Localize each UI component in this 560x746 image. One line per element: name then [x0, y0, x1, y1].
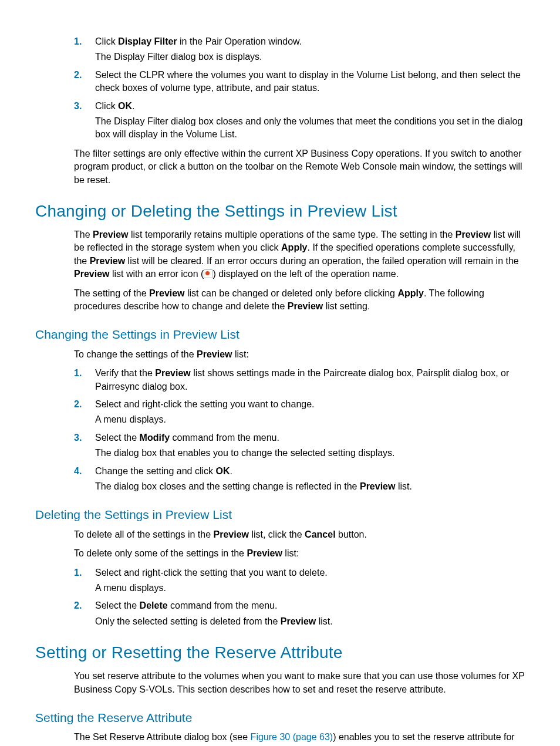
heading-changing-settings: Changing the Settings in Preview List: [35, 326, 525, 343]
heading-changing-deleting: Changing or Deleting the Settings in Pre…: [35, 200, 525, 222]
step-subtext: A menu displays.: [95, 413, 525, 426]
steps-change-settings: 1. Verify that the Preview list shows se…: [74, 367, 525, 493]
step-subtext: The dialog box that enables you to chang…: [95, 447, 525, 460]
heading-setting-resetting: Setting or Resetting the Reserve Attribu…: [35, 641, 525, 664]
step-number: 3.: [74, 100, 82, 113]
step-number: 1.: [74, 367, 82, 380]
list-item: 3. Click OK. The Display Filter dialog b…: [74, 100, 525, 141]
step-subtext: The Display Filter dialog box is display…: [95, 50, 525, 63]
paragraph-filter-note: The filter settings are only effective w…: [74, 147, 525, 187]
list-item: 4. Change the setting and click OK. The …: [74, 465, 525, 494]
heading-setting-reserve: Setting the Reserve Attribute: [35, 709, 525, 726]
paragraph-set-reserve: The Set Reserve Attribute dialog box (se…: [74, 731, 525, 746]
step-text: Select the Delete command from the menu.: [95, 600, 277, 610]
step-subtext: The Display Filter dialog box closes and…: [95, 115, 525, 141]
step-number: 4.: [74, 465, 82, 478]
paragraph-change-intro: To change the settings of the Preview li…: [74, 348, 525, 361]
list-item: 1. Click Display Filter in the Pair Oper…: [74, 35, 525, 64]
step-subtext: The dialog box closes and the setting ch…: [95, 480, 525, 493]
list-item: 2. Select the Delete command from the me…: [74, 599, 525, 628]
step-number: 1.: [74, 35, 82, 48]
step-subtext: A menu displays.: [95, 582, 525, 595]
steps-delete-settings: 1. Select and right-click the setting th…: [74, 566, 525, 629]
step-subtext: Only the selected setting is deleted fro…: [95, 615, 525, 628]
figure-link[interactable]: Figure 30 (page 63): [251, 732, 333, 742]
paragraph-delete-all: To delete all of the settings in the Pre…: [74, 528, 525, 541]
paragraph-preview-desc: The Preview list temporarily retains mul…: [74, 228, 525, 281]
step-number: 1.: [74, 566, 82, 579]
step-text: Select and right-click the setting you w…: [95, 399, 315, 409]
heading-deleting-settings: Deleting the Settings in Preview List: [35, 506, 525, 523]
list-item: 2. Select and right-click the setting yo…: [74, 398, 525, 427]
paragraph-delete-some: To delete only some of the settings in t…: [74, 547, 525, 560]
step-number: 2.: [74, 69, 82, 82]
paragraph-reserve-intro: You set reserve attribute to the volumes…: [74, 670, 525, 696]
list-item: 1. Verify that the Preview list shows se…: [74, 367, 525, 393]
step-number: 2.: [74, 599, 82, 612]
error-icon: [204, 269, 212, 278]
step-text: Verify that the Preview list shows setti…: [95, 368, 509, 391]
step-text: Select and right-click the setting that …: [95, 568, 328, 578]
step-text: Click OK.: [95, 101, 135, 111]
step-number: 3.: [74, 431, 82, 444]
paragraph-preview-note: The setting of the Preview list can be c…: [74, 287, 525, 313]
list-item: 3. Select the Modify command from the me…: [74, 431, 525, 460]
step-number: 2.: [74, 398, 82, 411]
step-text: Click Display Filter in the Pair Operati…: [95, 36, 302, 46]
steps-display-filter: 1. Click Display Filter in the Pair Oper…: [74, 35, 525, 141]
step-text: Select the CLPR where the volumes you wa…: [95, 70, 521, 93]
list-item: 2. Select the CLPR where the volumes you…: [74, 69, 525, 95]
step-text: Change the setting and click OK.: [95, 466, 232, 476]
step-text: Select the Modify command from the menu.: [95, 433, 279, 443]
list-item: 1. Select and right-click the setting th…: [74, 566, 525, 595]
